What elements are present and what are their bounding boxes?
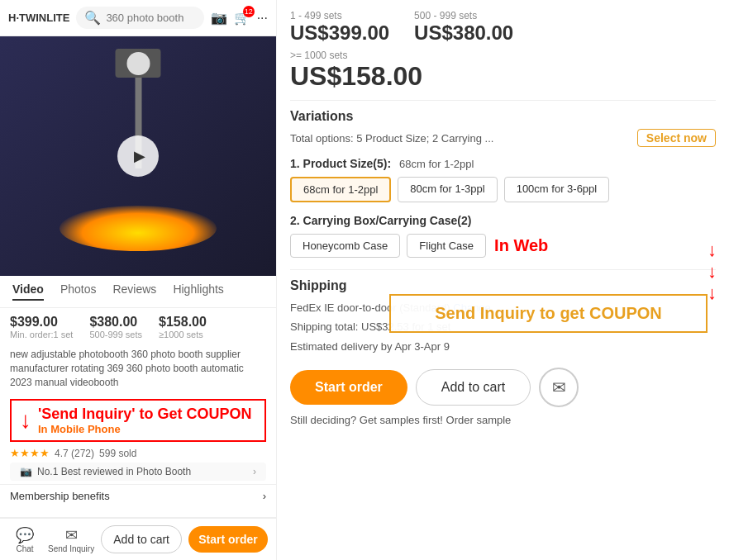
chat-button[interactable]: 💬 Chat bbox=[8, 526, 41, 553]
membership-row[interactable]: Membership benefits › bbox=[0, 484, 276, 507]
carrying-case-section: 2. Carrying Box/Carrying Case(2) Honeyco… bbox=[290, 214, 716, 258]
carrying-case-chips: Honeycomb Case Flight Case bbox=[290, 234, 486, 258]
size-chip-100[interactable]: 100cm for 3-6ppl bbox=[504, 177, 610, 202]
left-price-row: $399.00 Min. order:1 set $380.00 500-999… bbox=[0, 308, 276, 343]
left-panel: H·TWINLITE 🔍 📷 🛒 12 ··· bbox=[0, 0, 277, 560]
select-now-button[interactable]: Select now bbox=[637, 129, 716, 147]
chat-icon: 💬 bbox=[16, 526, 34, 544]
tab-photos[interactable]: Photos bbox=[60, 282, 97, 301]
shipping-delivery: Estimated delivery by Apr 3-Apr 9 bbox=[290, 337, 716, 356]
promo-sub: In Mobile Phone bbox=[38, 423, 252, 435]
add-to-cart-button[interactable]: Add to cart bbox=[101, 525, 182, 553]
top-icons: 📷 🛒 12 ··· bbox=[211, 10, 268, 26]
play-button[interactable] bbox=[117, 135, 159, 177]
tier-1: 1 - 499 sets US$399.00 bbox=[290, 10, 389, 45]
arrow-down-2: ↓ bbox=[708, 261, 717, 282]
send-inquiry-promo: ↓ 'Send Inquiry' to Get COUPON In Mobile… bbox=[10, 399, 266, 442]
chat-label: Chat bbox=[16, 544, 33, 553]
rating-row: ★★★★ 4.7 (272) 599 sold bbox=[0, 447, 276, 459]
cart-icon[interactable]: 🛒 12 bbox=[234, 10, 250, 26]
divider-1 bbox=[290, 100, 716, 101]
tier-1-label: 1 - 499 sets bbox=[290, 10, 389, 21]
still-deciding-text: Still deciding? Get samples first! Order… bbox=[290, 414, 716, 426]
left-price-3-sub: ≥1000 sets bbox=[159, 330, 207, 339]
coupon-text: Send Inquiry to get COUPON bbox=[435, 304, 661, 322]
inquiry-label: Send Inquiry bbox=[48, 544, 94, 553]
variations-subtitle-text: Total options: 5 Product Size; 2 Carryin… bbox=[290, 132, 493, 145]
chevron-right-icon: › bbox=[263, 490, 266, 502]
price-tiers: 1 - 499 sets US$399.00 500 - 999 sets US… bbox=[290, 10, 716, 45]
left-price-2-value: $380.00 bbox=[89, 315, 142, 330]
variations-subtitle: Total options: 5 Product Size; 2 Carryin… bbox=[290, 129, 716, 147]
tier-2-label: 500 - 999 sets bbox=[414, 10, 513, 21]
tab-highlights[interactable]: Highlights bbox=[173, 282, 223, 301]
arrow-down-3: ↓ bbox=[708, 282, 717, 304]
left-price-1-sub: Min. order:1 set bbox=[10, 330, 73, 339]
tier-2: 500 - 999 sets US$380.00 bbox=[414, 10, 513, 45]
more-icon[interactable]: ··· bbox=[257, 11, 268, 26]
video-tabs: Video Photos Reviews Highlights bbox=[0, 276, 276, 308]
left-price-1: $399.00 Min. order:1 set bbox=[10, 315, 73, 339]
right-panel: 1 - 499 sets US$399.00 500 - 999 sets US… bbox=[277, 0, 729, 560]
carrying-case-row: Honeycomb Case Flight Case In Web bbox=[290, 234, 716, 258]
tier-3-block: >= 1000 sets US$158.00 bbox=[290, 50, 716, 92]
product-size-section: 1. Product Size(5): 68cm for 1-2ppl 68cm… bbox=[290, 157, 716, 202]
product-size-current: 68cm for 1-2ppl bbox=[399, 158, 474, 170]
add-cart-button-right[interactable]: Add to cart bbox=[416, 369, 531, 406]
inquiry-circle-button[interactable]: ✉ bbox=[539, 368, 579, 407]
rating-value: 4.7 (272) bbox=[55, 448, 94, 459]
left-price-3: $158.00 ≥1000 sets bbox=[159, 315, 207, 339]
review-badge: 📷 No.1 Best reviewed in Photo Booth › bbox=[10, 463, 266, 481]
tab-reviews[interactable]: Reviews bbox=[112, 282, 156, 301]
arrow-down-1: ↓ bbox=[708, 240, 717, 261]
start-order-button[interactable]: Start order bbox=[188, 526, 268, 553]
instagram-icon: 📷 bbox=[20, 466, 32, 477]
tier-1-price: US$399.00 bbox=[290, 21, 389, 45]
variations-title: Variations bbox=[290, 109, 716, 124]
review-badge-text: No.1 Best reviewed in Photo Booth bbox=[37, 466, 191, 477]
case-chip-honeycomb[interactable]: Honeycomb Case bbox=[290, 234, 400, 258]
carrying-case-label: 2. Carrying Box/Carrying Case(2) bbox=[290, 214, 716, 227]
coupon-overlay: Send Inquiry to get COUPON bbox=[389, 294, 708, 333]
search-icon: 🔍 bbox=[84, 10, 101, 26]
tier-3-price: US$158.00 bbox=[290, 61, 716, 92]
bottom-actions: Start order Add to cart ✉ bbox=[290, 368, 716, 407]
left-price-1-value: $399.00 bbox=[10, 315, 73, 330]
app-logo: H·TWINLITE bbox=[8, 12, 69, 24]
start-order-button-right[interactable]: Start order bbox=[290, 370, 407, 405]
size-chip-68[interactable]: 68cm for 1-2ppl bbox=[290, 177, 391, 202]
inquiry-icon: ✉ bbox=[65, 526, 78, 544]
shipping-title: Shipping bbox=[290, 278, 716, 293]
top-bar: H·TWINLITE 🔍 📷 🛒 12 ··· bbox=[0, 0, 276, 36]
shipping-section: Shipping Send Inquiry to get COUPON FedE… bbox=[290, 278, 716, 356]
send-inquiry-button[interactable]: ✉ Send Inquiry bbox=[48, 526, 94, 553]
size-chip-80[interactable]: 80cm for 1-3ppl bbox=[398, 177, 497, 202]
shipping-box: Send Inquiry to get COUPON FedEx IE door… bbox=[290, 298, 716, 356]
cart-badge: 12 bbox=[243, 6, 255, 17]
camera-icon[interactable]: 📷 bbox=[211, 10, 227, 26]
search-bar[interactable]: 🔍 bbox=[76, 7, 203, 29]
product-image bbox=[0, 36, 276, 276]
divider-2 bbox=[290, 269, 716, 270]
promo-text: 'Send Inquiry' to Get COUPON bbox=[38, 406, 252, 423]
inquiry-circle-icon: ✉ bbox=[552, 377, 566, 397]
stars: ★★★★ bbox=[10, 447, 50, 459]
left-price-3-value: $158.00 bbox=[159, 315, 207, 330]
tab-video[interactable]: Video bbox=[12, 282, 44, 301]
product-size-chips: 68cm for 1-2ppl 80cm for 1-3ppl 100cm fo… bbox=[290, 177, 716, 202]
left-price-2: $380.00 500-999 sets bbox=[89, 315, 142, 339]
product-size-label: 1. Product Size(5): 68cm for 1-2ppl bbox=[290, 157, 716, 170]
case-chip-flight[interactable]: Flight Case bbox=[407, 234, 486, 258]
search-input[interactable] bbox=[106, 12, 195, 24]
arrow-annotation: ↓ ↓ ↓ bbox=[708, 240, 717, 304]
bottom-bar: 💬 Chat ✉ Send Inquiry Add to cart Start … bbox=[0, 517, 276, 560]
product-description: new adjustable photobooth 360 photo boot… bbox=[0, 343, 276, 394]
product-size-label-text: 1. Product Size(5): bbox=[290, 157, 391, 170]
tier-3-label: >= 1000 sets bbox=[290, 50, 716, 61]
tier-2-price: US$380.00 bbox=[414, 21, 513, 45]
membership-label: Membership benefits bbox=[10, 490, 110, 502]
left-price-2-sub: 500-999 sets bbox=[89, 330, 142, 339]
sold-count: 599 sold bbox=[99, 448, 136, 459]
in-web-label: In Web bbox=[494, 236, 548, 255]
